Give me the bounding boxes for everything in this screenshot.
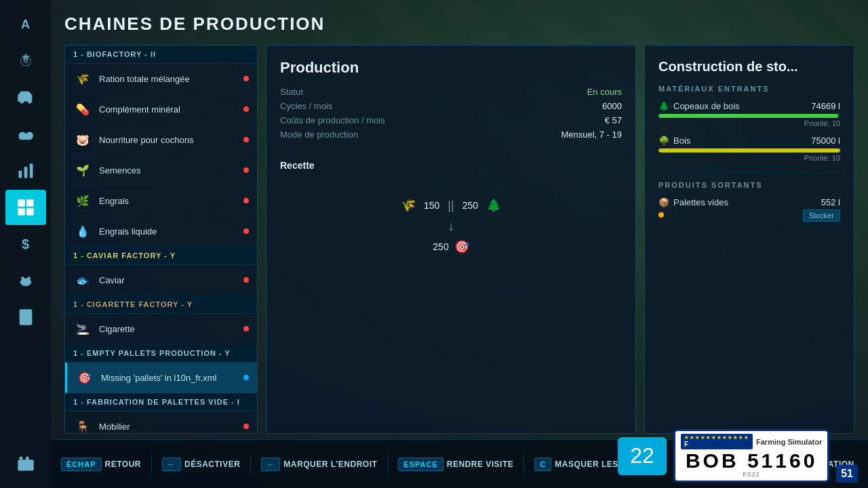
material-item-bois: 🌳 Bois 75000 l Priorité: 10 xyxy=(658,136,840,162)
dot-semences xyxy=(243,167,249,173)
progress-fill-copeaux xyxy=(658,114,838,118)
list-item-engrais-liq[interactable]: 💧 Engrais liquide xyxy=(65,216,257,247)
stat-row-cycles: Cycles / mois 6000 xyxy=(280,101,622,111)
product-row-palettes: 📦 Palettes vides 552 l xyxy=(658,197,840,207)
engrais-liq-icon: 💧 xyxy=(73,222,92,241)
item-label-semences: Semences xyxy=(99,165,243,176)
svg-point-10 xyxy=(21,277,24,280)
material-amount-bois: 75000 l xyxy=(811,136,840,146)
cigarette-icon: 🚬 xyxy=(73,319,92,338)
svg-rect-5 xyxy=(18,199,24,207)
item-label-cigarette: Cigarette xyxy=(99,324,243,334)
list-item-caviar[interactable]: 🐟 Caviar xyxy=(65,265,257,296)
action-badge-palettes[interactable]: Stocker xyxy=(803,209,840,222)
item-label-engrais: Engrais xyxy=(99,196,243,206)
dot-nourriture xyxy=(243,137,249,142)
dot-ration xyxy=(243,76,249,81)
copeaux-icon: 🌲 xyxy=(658,101,669,111)
list-item-mobilier[interactable]: 🪑 Mobilier xyxy=(65,411,257,434)
key-desactiver[interactable]: ← xyxy=(162,458,181,471)
sidebar-item-stats[interactable] xyxy=(5,153,46,188)
input2-icon: 🌲 xyxy=(486,198,501,213)
sidebar-item-animals[interactable] xyxy=(5,263,46,298)
svg-rect-7 xyxy=(18,208,24,216)
production-stats: Statut En cours Cycles / mois 6000 Coûts… xyxy=(280,87,622,140)
sidebar-item-map[interactable]: A xyxy=(5,7,46,42)
list-item-ration[interactable]: 🌾 Ration totale mélangée xyxy=(65,64,257,94)
list-item-nourriture[interactable]: 🐷 Nourriture pour cochons xyxy=(65,125,257,155)
sidebar-item-vehicle[interactable] xyxy=(5,80,46,115)
item-label-missing-pallets: Missing 'pallets' in l10n_fr.xml xyxy=(101,373,243,383)
list-item-missing-pallets[interactable]: 🎯 Missing 'pallets' in l10n_fr.xml xyxy=(65,363,257,393)
list-item-complement[interactable]: 💊 Complément minéral xyxy=(65,94,257,125)
divider-3 xyxy=(387,454,388,474)
list-item-cigarette[interactable]: 🚬 Cigarette xyxy=(65,314,257,344)
materials-header: MATÉRIAUX ENTRANTS xyxy=(658,85,840,93)
sidebar-item-inventory[interactable] xyxy=(5,446,46,481)
divider-2 xyxy=(250,454,251,474)
bois-icon: 🌳 xyxy=(658,136,669,146)
recipe-output: 250 🎯 xyxy=(433,239,469,254)
sidebar-item-settings[interactable] xyxy=(5,43,46,79)
dot-complement xyxy=(243,106,249,112)
output-icon: 🎯 xyxy=(454,239,469,254)
product-action-palettes: Stocker xyxy=(658,209,840,222)
sidebar-item-contracts[interactable] xyxy=(5,300,46,335)
caviar-icon: 🐟 xyxy=(73,270,92,289)
list-item-semences[interactable]: 🌱 Semences xyxy=(65,155,257,186)
cycles-value: 6000 xyxy=(602,101,622,111)
progress-fill-bois xyxy=(658,148,840,152)
sidebar-item-finance[interactable]: $ xyxy=(5,226,46,262)
key-marquer[interactable]: ← xyxy=(261,458,280,471)
game-title: Farming Simulator xyxy=(756,438,822,446)
complement-icon: 💊 xyxy=(73,100,92,119)
item-label-engrais-liq: Engrais liquide xyxy=(99,226,243,237)
progress-bar-bois xyxy=(658,148,840,152)
svg-rect-8 xyxy=(26,208,33,216)
output-amount: 250 xyxy=(433,241,448,252)
section-header-caviar: 1 - CAVIAR FACTORY - Y xyxy=(65,247,257,265)
fs22-badge: 22 xyxy=(618,437,667,475)
key-c[interactable]: C xyxy=(534,458,551,471)
svg-point-11 xyxy=(27,277,31,280)
products-header: PRODUITS SORTANTS xyxy=(658,172,840,189)
sidebar-item-production[interactable] xyxy=(5,190,46,225)
missing-pallets-icon: 🎯 xyxy=(75,368,94,387)
section-header-cigarette: 1 - CIGARETTE FACTORY - Y xyxy=(65,296,257,314)
license-plate: ★★★★★★★★★★★★ F Farming Simulator BOB 511… xyxy=(673,429,829,483)
semences-icon: 🌱 xyxy=(73,161,92,180)
engrais-icon: 🌿 xyxy=(73,191,92,210)
svg-rect-13 xyxy=(18,460,33,470)
label-desactiver: DÉSACTIVER xyxy=(184,460,240,469)
input1-amount: 150 xyxy=(424,200,439,211)
svg-rect-3 xyxy=(24,167,27,178)
input2-amount: 250 xyxy=(462,200,478,211)
material-item-copeaux: 🌲 Copeaux de bois 74669 l Priorité: 10 xyxy=(658,101,840,127)
sidebar-item-weather[interactable] xyxy=(5,117,46,152)
content-panels: 1 - BIOFACTORY - II 🌾 Ration totale méla… xyxy=(64,45,854,434)
main-content: CHAINES DE PRODUCTION 1 - BIOFACTORY - I… xyxy=(51,0,868,488)
production-panel: Production Statut En cours Cycles / mois… xyxy=(266,45,636,434)
section-header-empty-pallets: 1 - EMPTY PALLETS PRODUCTION - Y xyxy=(65,344,257,363)
bottom-bar: ÉCHAP RETOUR ← DÉSACTIVER ← MARQUER L'EN… xyxy=(51,439,868,488)
plate-top: ★★★★★★★★★★★★ F Farming Simulator xyxy=(681,434,822,449)
mode-label: Mode de production xyxy=(280,129,358,140)
bottom-action-visite: ESPACE RENDRE VISITE xyxy=(398,458,513,471)
separator: || xyxy=(448,199,454,213)
key-echap[interactable]: ÉCHAP xyxy=(61,458,102,471)
priority-bois: Priorité: 10 xyxy=(658,154,840,162)
plate-region: 51 xyxy=(836,465,858,483)
mobilier-icon: 🪑 xyxy=(73,417,92,434)
ration-icon: 🌾 xyxy=(73,69,92,88)
dot-mobilier xyxy=(243,424,249,429)
costs-value: € 57 xyxy=(605,115,622,125)
plate-country: F xyxy=(684,441,749,448)
key-espace[interactable]: ESPACE xyxy=(398,458,443,471)
material-name-bois: 🌳 Bois xyxy=(658,136,690,146)
section-header-biofactory: 1 - BIOFACTORY - II xyxy=(65,45,257,64)
construction-panel: Construction de sto... MATÉRIAUX ENTRANT… xyxy=(644,45,854,434)
svg-rect-12 xyxy=(19,309,32,325)
dot-engrais xyxy=(243,198,249,203)
recipe-visual: 🌾 150 || 250 🌲 ↓ 250 🎯 xyxy=(280,184,622,268)
list-item-engrais[interactable]: 🌿 Engrais xyxy=(65,186,257,216)
